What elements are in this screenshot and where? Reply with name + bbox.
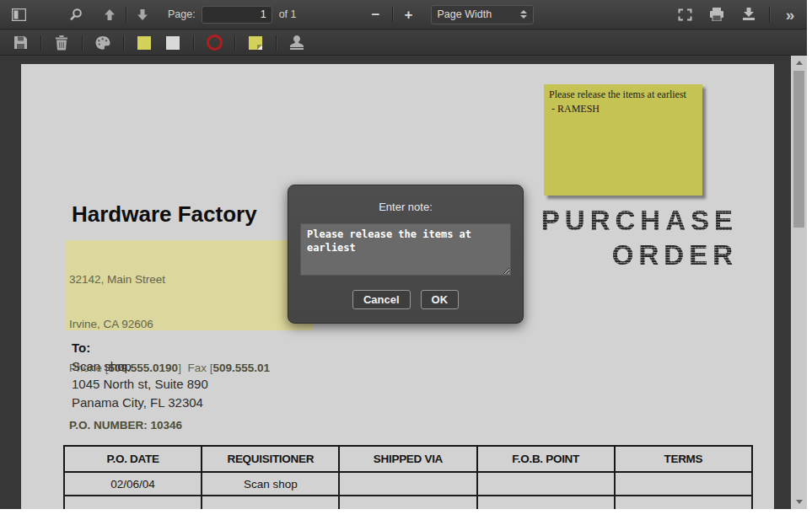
main-toolbar: Page: of 1 − + Page Width (0, 0, 807, 29)
page-count-label: of 1 (279, 8, 297, 20)
next-page-button[interactable] (131, 3, 154, 25)
zoom-mode-value: Page Width (438, 8, 492, 20)
download-button[interactable] (737, 3, 761, 25)
recipient-block: To: Scan shop 1045 North st, Suite 890 P… (72, 339, 208, 411)
search-button[interactable] (64, 3, 88, 25)
pdf-annotation-app: Page: of 1 − + Page Width (0, 0, 807, 509)
cell-shipped-via (339, 472, 476, 496)
address-line2: Irvine, CA 92606 (69, 317, 270, 332)
toolbar-divider (126, 7, 126, 22)
gray-square-icon (166, 36, 180, 50)
table-row (64, 496, 752, 509)
triangle-down-icon (796, 500, 803, 504)
palette-icon (95, 36, 110, 50)
toolbar-divider (123, 35, 124, 51)
zoom-out-button[interactable]: − (364, 3, 388, 25)
sticky-note-line2: - RAMESH (549, 102, 697, 116)
fax-number: 509.555.01 (212, 362, 270, 374)
col-po-date: P.O. DATE (64, 446, 202, 472)
minus-icon: − (372, 8, 380, 22)
stamp-tool-button[interactable] (285, 32, 309, 54)
color-picker-button[interactable] (91, 32, 115, 54)
sidebar-toggle-icon (12, 8, 26, 21)
col-requisitioner: REQUISITIONER (202, 446, 339, 472)
dialog-title: Enter note: (300, 201, 511, 213)
to-address2: Panama City, FL 32304 (72, 394, 208, 412)
toolbar-divider (392, 7, 393, 22)
toolbar-right-group: » (673, 3, 802, 25)
triangle-up-icon (796, 61, 803, 65)
col-terms: TERMS (615, 446, 752, 472)
toolbar-divider (276, 35, 277, 51)
page-number-input[interactable] (202, 6, 272, 24)
po-table-header-row: P.O. DATE REQUISITIONER SHIPPED VIA F.O.… (64, 446, 752, 472)
toolbar-overflow-button[interactable]: » (778, 3, 802, 25)
sticky-note-annotation[interactable]: Please release the items at earliest - R… (544, 84, 702, 196)
address-line1: 32142, Main Street (69, 272, 270, 287)
delete-annotation-button[interactable] (50, 32, 73, 54)
select-spinner-icon (520, 10, 527, 19)
red-circle-icon (207, 35, 223, 51)
cell-po-date: 02/06/04 (64, 472, 202, 496)
zoom-mode-select[interactable]: Page Width (431, 5, 534, 24)
ok-button[interactable]: OK (421, 290, 460, 309)
cell-terms (615, 472, 752, 496)
to-label: To: (72, 339, 208, 357)
save-annotations-button[interactable] (8, 32, 32, 54)
arrow-up-icon (104, 8, 116, 21)
toolbar-divider (234, 35, 235, 51)
cell-fob-point (477, 472, 615, 496)
toolbar-divider (193, 35, 194, 51)
trash-icon (55, 35, 68, 51)
search-icon (69, 8, 83, 21)
sticky-note-tool-button[interactable] (244, 32, 267, 54)
download-icon (742, 8, 756, 21)
toolbar-divider (82, 35, 83, 51)
cancel-button[interactable]: Cancel (352, 290, 411, 309)
toolbar-divider (769, 7, 770, 22)
zoom-in-button[interactable]: + (397, 3, 421, 25)
sidebar-toggle-button[interactable] (7, 3, 30, 25)
company-name: Hardware Factory (72, 201, 257, 228)
annotation-toolbar (0, 30, 807, 56)
cell-requisitioner: Scan shop (202, 472, 339, 496)
plus-icon: + (405, 8, 413, 22)
col-shipped-via: SHIPPED VIA (339, 446, 476, 472)
po-number: P.O. NUMBER: 10346 (69, 418, 270, 433)
table-row: 02/06/04 Scan shop (64, 472, 752, 496)
highlight-tool-button[interactable] (132, 32, 156, 54)
toolbar-divider (40, 35, 41, 51)
save-icon (13, 35, 28, 50)
to-address1: 1045 North st, Suite 890 (72, 375, 208, 394)
vertical-scrollbar[interactable] (791, 56, 807, 509)
print-icon (709, 8, 724, 21)
arrow-down-icon (137, 8, 148, 21)
stamp-icon (289, 35, 304, 50)
sticky-note-line1: Please release the items at earliest (549, 88, 697, 102)
enter-note-dialog: Enter note: Please release the items at … (288, 185, 524, 324)
fullscreen-icon (678, 8, 692, 21)
circle-tool-button[interactable] (202, 32, 226, 54)
rectangle-tool-button[interactable] (161, 32, 185, 54)
to-name: Scan shop (72, 357, 208, 376)
double-chevron-icon: » (786, 7, 795, 23)
scroll-up-button[interactable] (791, 56, 807, 70)
note-textarea[interactable]: Please release the items at earliest (300, 223, 511, 276)
po-table: P.O. DATE REQUISITIONER SHIPPED VIA F.O.… (63, 445, 753, 509)
presentation-mode-button[interactable] (673, 3, 696, 25)
scrollbar-thumb[interactable] (793, 71, 804, 228)
print-button[interactable] (705, 3, 729, 25)
scroll-down-button[interactable] (791, 495, 807, 509)
previous-page-button[interactable] (98, 3, 121, 25)
col-fob-point: F.O.B. POINT (477, 446, 615, 472)
dialog-buttons: Cancel OK (300, 290, 511, 309)
yellow-square-icon (137, 36, 151, 50)
page-label: Page: (168, 8, 196, 20)
sticky-note-icon (249, 36, 262, 50)
